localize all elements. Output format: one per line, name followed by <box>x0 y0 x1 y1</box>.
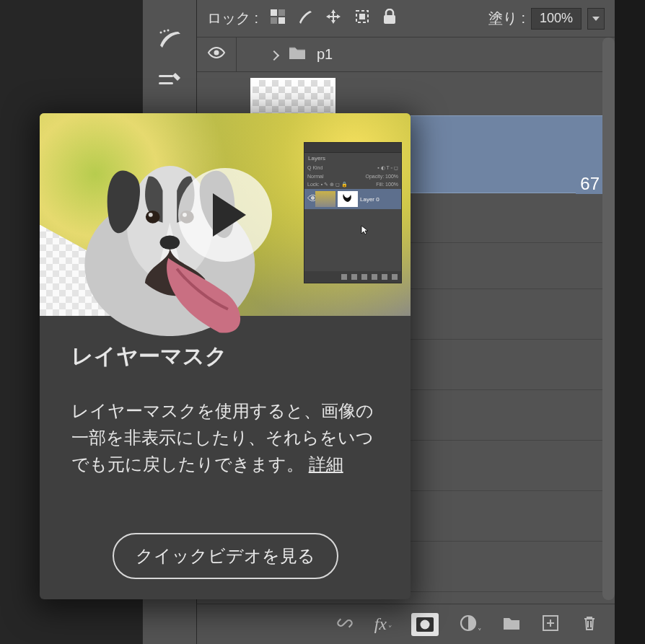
svg-point-14 <box>421 619 430 629</box>
new-group-icon[interactable] <box>502 614 521 635</box>
layer-mask-tooltip: Layers Q Kind▪ ◐ T ▫ ◻ NormalOpacity: 10… <box>40 113 411 599</box>
svg-rect-6 <box>278 9 285 16</box>
svg-rect-11 <box>384 15 395 24</box>
panel-scrollbar[interactable] <box>602 38 615 600</box>
fill-input[interactable] <box>531 8 582 30</box>
svg-rect-3 <box>159 75 173 77</box>
lock-position-icon[interactable] <box>325 8 342 29</box>
new-layer-icon[interactable] <box>541 614 560 635</box>
svg-rect-8 <box>278 17 285 24</box>
svg-rect-10 <box>359 14 365 19</box>
tooltip-video-thumbnail[interactable]: Layers Q Kind▪ ◐ T ▫ ◻ NormalOpacity: 10… <box>40 113 411 316</box>
lock-artboard-icon[interactable] <box>354 8 371 29</box>
lock-pixels-icon[interactable] <box>270 9 286 28</box>
svg-point-12 <box>214 50 219 56</box>
adjustment-layer-icon[interactable]: ˅ <box>459 614 482 635</box>
play-button[interactable] <box>178 168 272 262</box>
svg-rect-7 <box>271 17 277 24</box>
svg-point-1 <box>164 30 166 32</box>
learn-more-link[interactable]: 詳細 <box>309 454 343 474</box>
expand-chevron-icon[interactable] <box>271 46 278 63</box>
mini-layers-panel: Layers Q Kind▪ ◐ T ▫ ◻ NormalOpacity: 10… <box>304 142 402 283</box>
delete-layer-icon[interactable] <box>580 614 599 635</box>
svg-point-18 <box>145 211 159 224</box>
tooltip-title: レイヤーマスク <box>71 342 379 371</box>
brush-preset-icon[interactable] <box>157 29 183 52</box>
layer-group-row[interactable]: p1 <box>197 38 615 72</box>
svg-point-0 <box>160 32 162 34</box>
fill-dropdown-button[interactable] <box>587 8 605 30</box>
layers-panel-footer: fx˅ ˅ <box>197 604 615 644</box>
lock-label: ロック : <box>207 9 258 28</box>
fill-label: 塗り : <box>488 9 525 28</box>
svg-point-22 <box>159 235 180 250</box>
play-icon <box>213 193 246 237</box>
layer-fx-icon[interactable]: fx˅ <box>374 614 391 634</box>
visibility-icon[interactable] <box>207 45 226 63</box>
tooltip-description: レイヤーマスクを使用すると、画像の一部を非表示にしたり、それらをいつでも元に戻し… <box>71 397 379 478</box>
folder-icon <box>288 45 307 64</box>
chevron-down-icon <box>592 17 600 21</box>
cursor-icon <box>361 225 369 235</box>
link-layers-icon[interactable] <box>335 614 354 635</box>
add-mask-button[interactable] <box>411 613 439 636</box>
svg-point-19 <box>148 213 152 217</box>
watch-video-button[interactable]: クイックビデオを見る <box>113 533 338 579</box>
svg-rect-4 <box>159 82 173 84</box>
layers-panel-lock-row: ロック : 塗り : <box>197 0 615 38</box>
lock-all-icon[interactable] <box>382 9 397 28</box>
svg-point-2 <box>167 30 170 32</box>
lock-brush-icon[interactable] <box>297 9 313 28</box>
svg-rect-5 <box>271 9 277 16</box>
group-name[interactable]: p1 <box>317 46 333 63</box>
brush-settings-icon[interactable] <box>157 71 183 94</box>
